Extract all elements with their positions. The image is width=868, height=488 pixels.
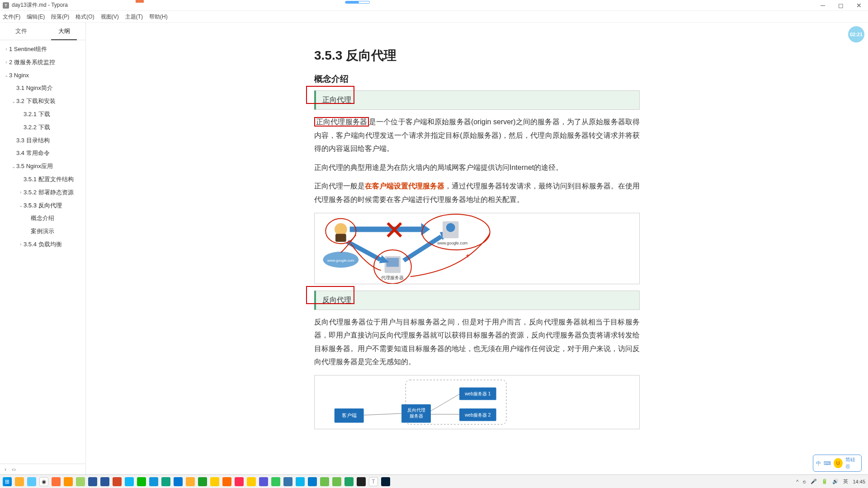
outline-caret-icon: › [4,46,9,53]
taskbar-wechat-icon[interactable] [137,477,146,486]
annotation-box-quote1 [306,86,354,104]
tray-bluetooth-icon[interactable]: ⎋ [803,479,806,484]
taskbar-app1-icon[interactable] [161,477,170,486]
outline-item[interactable]: 3.5.1 配置文件结构 [0,173,85,186]
menu-format[interactable]: 格式(O) [75,13,94,21]
taskbar-pycharm-icon[interactable] [283,477,292,486]
taskbar-app6-icon[interactable] [247,477,256,486]
timestamp-badge: 02:21 [848,26,864,42]
minimize-button[interactable]: ─ [814,0,832,11]
back-icon[interactable]: ‹ [5,466,6,473]
taskbar-vscode-icon[interactable] [308,477,317,486]
svg-line-24 [364,413,401,415]
tab-outline[interactable]: 大纲 [43,23,86,40]
paragraph-3[interactable]: 正向代理一般是在客户端设置代理服务器，通过代理服务器转发请求，最终访问到目标服务… [314,179,640,206]
taskbar-word-icon[interactable] [88,477,97,486]
tray-battery-icon[interactable]: 🔋 [821,479,828,484]
taskbar-notepad-icon[interactable] [76,477,85,486]
outline-item[interactable]: ›3.5.2 部署静态资源 [0,186,85,199]
taskbar-app10-icon[interactable] [332,477,341,486]
taskbar-app3-icon[interactable] [210,477,219,486]
taskbar-ppt-icon[interactable] [113,477,122,486]
outline-item[interactable]: ⌄3 Nginx [0,69,85,82]
menu-edit[interactable]: 编辑(E) [27,13,45,21]
menu-help[interactable]: 帮助(H) [149,13,168,21]
menu-paragraph[interactable]: 段落(P) [51,13,69,21]
tab-files[interactable]: 文件 [0,23,43,40]
annotation-box-quote2 [306,286,354,304]
taskbar-app9-icon[interactable] [320,477,329,486]
titlebar: T day13课件.md - Typora ─ ◻ ✕ [0,0,868,11]
taskbar-docker-icon[interactable] [296,477,305,486]
outline-item[interactable]: 概念介绍 [0,212,85,225]
diag1-target-label: www.google.com [437,241,467,245]
quote-reverse-proxy[interactable]: 反向代理 [314,291,640,310]
menu-view[interactable]: 视图(V) [101,13,119,21]
code-icon[interactable]: ‹› [12,466,16,473]
outline-item[interactable]: 3.1 Nginx简介 [0,82,85,95]
taskbar-cloud-icon[interactable] [27,477,36,486]
taskbar-terminal-icon[interactable] [357,477,366,486]
heading-concept[interactable]: 概念介绍 [314,73,640,85]
taskbar-chrome-icon[interactable]: ◉ [39,477,48,486]
taskbar-onenote-icon[interactable] [100,477,109,486]
paragraph-1[interactable]: 正向代理服务器是一个位于客户端和原始服务器(origin server)之间的服… [314,115,640,155]
taskbar-typora-icon[interactable]: T [369,477,378,486]
taskbar-edge-icon[interactable] [174,477,183,486]
taskbar-photoshop-icon[interactable] [381,477,390,486]
maximize-button[interactable]: ◻ [832,0,850,11]
outline-item[interactable]: ›1 Sentinel组件 [0,43,85,56]
outline-item[interactable]: ⌄3.5.3 反向代理 [0,199,85,212]
outline-item[interactable]: 案例演示 [0,225,85,238]
tray-chevron-icon[interactable]: ^ [796,479,798,484]
taskbar-app8-icon[interactable] [271,477,280,486]
tray-mic-icon[interactable]: 🎤 [811,479,817,484]
outline-caret-icon: › [18,241,24,248]
annotation-plus: + [466,251,470,259]
taskbar-firefox-icon[interactable] [52,477,61,486]
taskbar-player-icon[interactable] [344,477,354,486]
taskbar-app7-icon[interactable] [259,477,268,486]
tray-clock[interactable]: 14:45 [853,479,865,484]
outline-item[interactable]: 3.4 常用命令 [0,147,85,160]
outline-tree: ›1 Sentinel组件›2 微服务系统监控⌄3 Nginx3.1 Nginx… [0,40,85,464]
taskbar-app4-icon[interactable] [222,477,231,486]
sidebar-footer: ‹ ‹› [0,464,85,474]
taskbar-hbuilder-icon[interactable] [198,477,207,486]
taskbar-dingtalk-icon[interactable] [149,477,158,486]
ime-floating-panel[interactable]: 中⌨ U 简硅谷 [813,455,862,472]
start-button[interactable]: ⊞ [3,477,12,486]
menu-file[interactable]: 文件(F) [3,13,20,21]
outline-item-label: 3.2.1 下载 [24,110,50,119]
outline-item[interactable]: ⌄3.2 下载和安装 [0,95,85,108]
paragraph-2[interactable]: 正向代理的典型用途是为在防火墙内的局域网客户端提供访问Internet的途径。 [314,161,640,174]
outline-caret-icon: › [4,59,9,66]
tray-ime-icon[interactable]: 英 [843,478,848,485]
paragraph-4[interactable]: 反向代理服务器位于用户与目标服务器之间，但是对于用户而言，反向代理服务器就相当于… [314,315,640,369]
outline-item[interactable]: ›2 微服务系统监控 [0,56,85,69]
quote-forward-proxy[interactable]: 正向代理 [314,90,640,110]
outline-item[interactable]: ›3.5.4 负载均衡 [0,238,85,251]
taskbar-sublime-icon[interactable] [64,477,73,486]
heading-3-5-3[interactable]: 3.5.3 反向代理 [314,47,640,64]
outline-caret-icon: ⌄ [18,202,24,209]
outline-item[interactable]: ⌄3.5 Nginx应用 [0,160,85,173]
svg-text:反向代理: 反向代理 [407,408,425,413]
outline-item-label: 3.3 目录结构 [16,136,50,145]
menu-theme[interactable]: 主题(T) [125,13,143,21]
diag2-client: 客户端 [342,413,357,418]
outline-item[interactable]: 3.2.1 下载 [0,108,85,121]
system-tray[interactable]: ^ ⎋ 🎤 🔋 🔊 英 14:45 [796,478,865,485]
outline-item[interactable]: 3.2.2 下载 [0,121,85,134]
tray-volume-icon[interactable]: 🔊 [832,479,839,484]
close-button[interactable]: ✕ [850,0,868,11]
taskbar-app2-icon[interactable] [186,477,195,486]
taskbar-explorer-icon[interactable] [15,477,24,486]
app-icon: T [3,2,9,9]
diagram-forward-proxy: www.google.com 代理服务器 www.google.com [314,213,640,284]
taskbar-qq-icon[interactable] [125,477,134,486]
outline-item-label: 1 Sentinel组件 [9,45,47,54]
outline-item[interactable]: 3.3 目录结构 [0,134,85,147]
taskbar-app5-icon[interactable] [235,477,244,486]
editor[interactable]: 02:21 3.5.3 反向代理 概念介绍 正向代理 正向代理服务器是一个位于客… [86,23,868,474]
